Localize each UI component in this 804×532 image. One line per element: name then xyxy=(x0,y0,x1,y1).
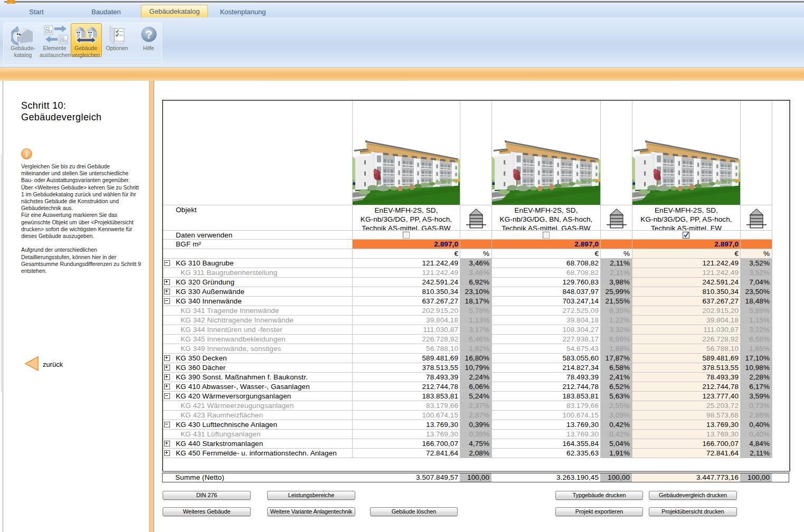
svg-text:?: ? xyxy=(145,28,152,41)
